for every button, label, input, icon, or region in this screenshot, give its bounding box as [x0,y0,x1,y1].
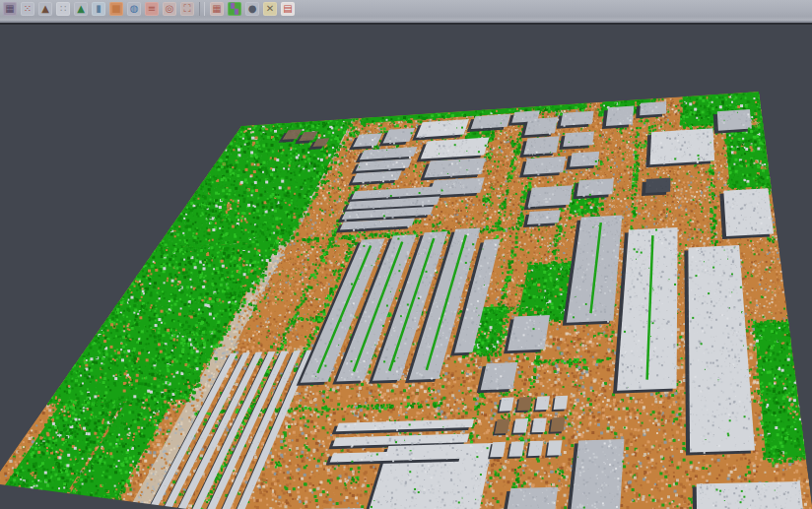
classification-colors-icon[interactable]: ▚ [228,2,241,16]
sparse-points-icon[interactable]: ∷ [56,2,70,16]
toolbar-icon-strip: ▦⁙▲∷▲▮■◍≡◎⛶▦▚●✕▤ [0,0,295,16]
section-view-icon[interactable]: ▮ [92,2,105,16]
circle-select-icon[interactable]: ◎ [163,2,176,16]
main-toolbar: ▦⁙▲∷▲▮■◍≡◎⛶▦▚●✕▤ [0,0,812,23]
ground-class-icon[interactable]: ■ [109,2,123,16]
vegetation-class-icon[interactable]: ▲ [74,2,88,16]
clip-box-icon[interactable]: ⛶ [180,2,194,16]
viewport-3d [0,25,812,509]
sphere-view-icon[interactable]: ● [245,2,259,16]
grid-mask-icon[interactable]: ▦ [210,2,224,16]
flag-tool-icon[interactable]: ▤ [281,2,295,16]
point-cloud-canvas[interactable] [0,25,812,509]
application-window: ▦⁙▲∷▲▮■◍≡◎⛶▦▚●✕▤ [0,0,812,509]
point-classes-icon[interactable]: ⁙ [21,2,34,16]
dem-terrain-icon[interactable]: ▲ [38,2,52,16]
globe-icon[interactable]: ◍ [127,2,141,16]
toolbar-separator [199,2,205,16]
clear-marks-icon[interactable]: ✕ [263,2,277,16]
open-cloud-icon[interactable]: ▦ [3,2,17,16]
class-table-icon[interactable]: ≡ [145,2,159,16]
